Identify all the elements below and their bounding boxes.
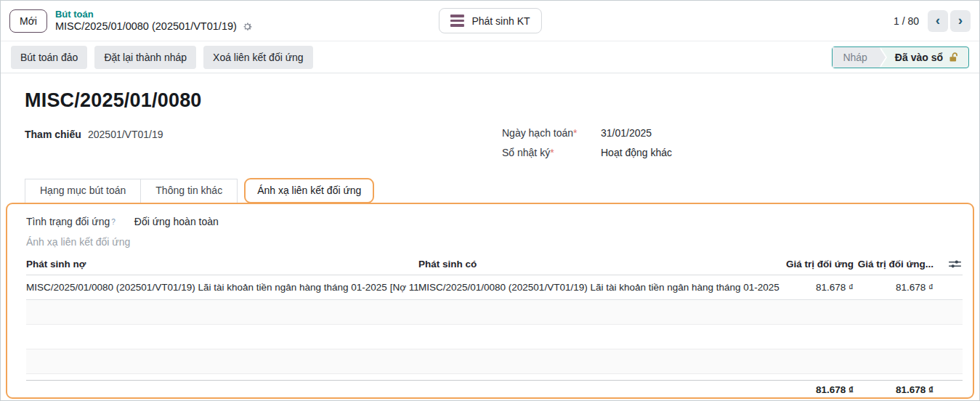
new-button[interactable]: Mới	[9, 9, 47, 33]
top-control-bar: Mới Bút toán MISC/2025/01/0080 (202501/V…	[1, 1, 979, 41]
breadcrumb-current: MISC/2025/01/0080 (202501/VT01/19)	[55, 20, 237, 33]
action-bar: Bút toán đảo Đặt lại thành nháp Xoá liên…	[1, 41, 979, 73]
reverse-entry-button[interactable]: Bút toán đảo	[11, 46, 87, 69]
reconcile-state-label: Tình trạng đối ứng	[26, 216, 110, 227]
help-icon[interactable]: ?	[111, 218, 116, 226]
required-mark: *	[550, 147, 554, 158]
date-label: Ngày hạch toán	[502, 127, 573, 139]
total-amount2: 81.678 ₫	[854, 384, 934, 395]
form-sheet: MISC/2025/01/0080 Tham chiếu 202501/VT01…	[1, 73, 979, 401]
notebook-tabs: Hạng mục bút toán Thông tin khác Ánh xạ …	[25, 179, 374, 203]
chevron-right-icon: ›	[958, 13, 963, 27]
reference-label: Tham chiếu	[25, 129, 88, 140]
reconcile-state-value: Đối ứng hoàn toàn	[134, 216, 219, 227]
pager-count: 1 / 80	[894, 15, 919, 27]
reconciliation-panel: Tình trạng đối ứng? Đối ứng hoàn toàn Án…	[6, 203, 974, 399]
field-reconcile-state: Tình trạng đối ứng? Đối ứng hoàn toàn	[26, 214, 973, 229]
remove-reconciliation-button[interactable]: Xoá liên kết đối ứng	[203, 46, 313, 69]
field-reference: Tham chiếu 202501/VT01/19	[25, 129, 163, 140]
date-value[interactable]: 31/01/2025	[601, 127, 652, 139]
sliders-icon	[949, 259, 961, 269]
journal-value[interactable]: Hoạt động khác	[601, 147, 672, 158]
table-header-row: Phát sinh nợ Phát sinh có Giá trị đối ứn…	[26, 254, 963, 275]
tab-journal-items[interactable]: Hạng mục bút toán	[25, 179, 141, 203]
breadcrumb: Bút toán MISC/2025/01/0080 (202501/VT01/…	[55, 9, 253, 33]
pager: 1 / 80 ‹ ›	[894, 10, 971, 32]
phat-sinh-kt-label: Phát sinh KT	[471, 15, 530, 27]
table-spacer	[26, 374, 963, 380]
pager-prev-button[interactable]: ‹	[928, 10, 948, 32]
empty-row	[26, 349, 963, 374]
table-row[interactable]: MISC/2025/01/0080 (202501/VT01/19) Lãi t…	[26, 275, 963, 300]
col-header-amount1[interactable]: Giá trị đối ứng	[781, 259, 854, 270]
col-header-amount2[interactable]: Giá trị đối ứng...	[854, 259, 934, 270]
col-header-debit[interactable]: Phát sinh nợ	[26, 259, 418, 270]
gear-icon[interactable]	[242, 21, 253, 32]
col-header-credit[interactable]: Phát sinh có	[418, 259, 781, 270]
pager-next-button[interactable]: ›	[950, 10, 971, 32]
cell-amount1: 81.678 ₫	[781, 282, 854, 293]
cell-credit: MISC/2025/01/0080 (202501/VT01/19) Lãi t…	[418, 282, 781, 293]
cell-amount2: 81.678 ₫	[854, 282, 934, 293]
empty-row	[26, 300, 963, 325]
phat-sinh-kt-button[interactable]: Phát sinh KT	[438, 8, 541, 33]
field-journal: Sổ nhật ký* Hoạt động khác	[502, 147, 672, 158]
status-step-draft[interactable]: Nháp	[833, 47, 878, 68]
status-step-posted[interactable]: Đã vào sổ	[879, 47, 968, 68]
reference-value[interactable]: 202501/VT01/19	[88, 129, 163, 140]
status-pipeline: Nháp Đã vào sổ	[832, 46, 969, 68]
open-lock-icon	[949, 52, 960, 62]
status-posted-label: Đã vào sổ	[895, 52, 943, 63]
cell-debit: MISC/2025/01/0080 (202501/VT01/19) Lãi t…	[26, 282, 418, 293]
mapping-list-label: Ánh xạ liên kết đối ứng	[26, 236, 973, 249]
tab-reconciliation-mapping[interactable]: Ánh xạ liên kết đối ứng	[244, 178, 374, 203]
page-title: MISC/2025/01/0080	[25, 89, 202, 112]
table-totals-row: 81.678 ₫ 81.678 ₫	[26, 380, 963, 399]
total-amount1: 81.678 ₫	[781, 384, 854, 395]
optional-columns-button[interactable]	[934, 259, 963, 269]
breadcrumb-parent-link[interactable]: Bút toán	[55, 9, 253, 20]
reset-to-draft-button[interactable]: Đặt lại thành nháp	[94, 46, 196, 69]
field-date: Ngày hạch toán* 31/01/2025	[502, 127, 672, 139]
field-group-right: Ngày hạch toán* 31/01/2025 Sổ nhật ký* H…	[502, 127, 672, 166]
chevron-left-icon: ‹	[936, 13, 940, 27]
journal-label: Sổ nhật ký	[502, 147, 550, 158]
tab-other-info[interactable]: Thông tin khác	[141, 179, 238, 203]
mapping-table: Phát sinh nợ Phát sinh có Giá trị đối ứn…	[26, 254, 963, 399]
hamburger-menu-icon	[450, 15, 463, 27]
empty-row	[26, 325, 963, 349]
app-window: Mới Bút toán MISC/2025/01/0080 (202501/V…	[0, 0, 980, 401]
required-mark: *	[573, 127, 577, 139]
